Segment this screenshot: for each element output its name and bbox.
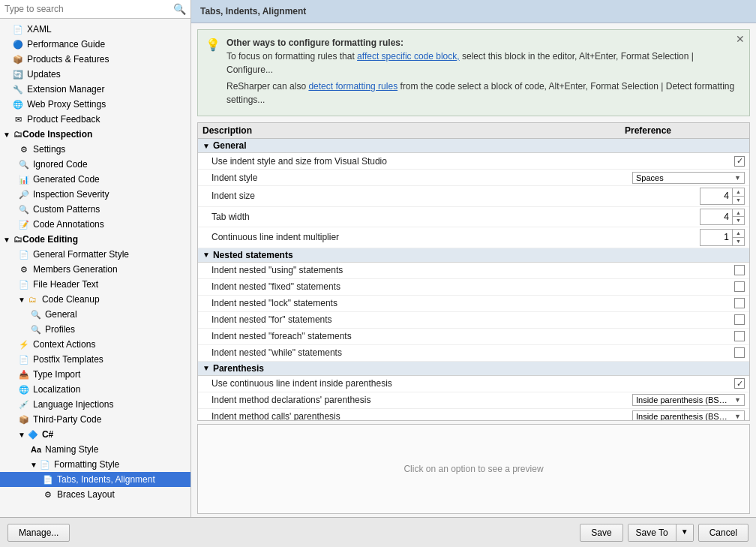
table-row: Indent style Spaces ▼ <box>198 170 749 186</box>
cancel-button[interactable]: Cancel <box>698 524 748 542</box>
sidebar-item-ext-mgr[interactable]: 🔧 Extension Manager <box>0 82 190 97</box>
spinner-down[interactable]: ▼ <box>733 238 744 245</box>
preview-area: Click on an option to see a preview <box>197 424 750 514</box>
sidebar-item-custom-pat[interactable]: 🔍 Custom Patterns <box>0 202 190 217</box>
sidebar-item-localization[interactable]: 🌐 Localization <box>0 382 190 397</box>
table-row: Indent nested "lock" statements <box>198 296 749 312</box>
table-row: Indent nested "fixed" statements <box>198 279 749 296</box>
sidebar-item-tabs-align[interactable]: 📄 Tabs, Indents, Alignment <box>0 472 190 487</box>
dropdown-arrow-icon: ▼ <box>734 174 741 182</box>
sidebar-item-file-header[interactable]: 📄 File Header Text <box>0 277 190 292</box>
spinner-up[interactable]: ▲ <box>733 230 744 238</box>
sidebar-item-naming[interactable]: Aa Naming Style <box>0 442 190 457</box>
spinner-cont-indent[interactable]: ▲ ▼ <box>700 229 745 246</box>
sidebar-item-settings[interactable]: ⚙ Settings <box>0 142 190 157</box>
sidebar-item-ctx-actions[interactable]: ⚡ Context Actions <box>0 337 190 352</box>
setting-desc: Indent size <box>212 191 625 201</box>
section-code-editing[interactable]: ▼ 🗂 Code Editing <box>0 232 190 247</box>
group-arrow-icon: ▼ <box>202 251 210 259</box>
setting-desc: Indent style <box>212 173 625 183</box>
insp-icon: 🔎 <box>18 188 30 200</box>
dropdown-indent-style[interactable]: Spaces ▼ <box>632 172 745 184</box>
checkbox-foreach[interactable] <box>734 331 745 341</box>
checkbox-use-indent[interactable] <box>734 156 745 167</box>
sidebar-item-fmt-style[interactable]: ▼ 📄 Formatting Style <box>0 457 190 472</box>
table-row: Indent nested "for" statements <box>198 312 749 329</box>
sidebar-item-lang-inj[interactable]: 💉 Language Injections <box>0 397 190 412</box>
arrow-icon: ▼ <box>18 296 26 304</box>
dropdown-method-decl[interactable]: Inside parenthesis (BSD/... ▼ <box>632 394 745 406</box>
spinner-arrows: ▲ ▼ <box>732 209 744 225</box>
sidebar-item-xaml[interactable]: 📄 XAML <box>0 22 190 37</box>
section-code-inspection[interactable]: ▼ 🗂 Code Inspection <box>0 127 190 142</box>
sidebar-item-code-cleanup[interactable]: ▼ 🗂 Code Cleanup <box>0 292 190 307</box>
group-parenthesis[interactable]: ▼ Parenthesis <box>198 362 749 376</box>
spinner-up[interactable]: ▲ <box>733 188 744 197</box>
naming-icon: Aa <box>30 443 42 455</box>
xaml-icon: 📄 <box>12 23 24 35</box>
spinner-input[interactable] <box>700 190 732 202</box>
sidebar-item-label: Product Feedback <box>27 114 100 125</box>
arrow-icon: ▼ <box>30 461 38 469</box>
spinner-input[interactable] <box>700 231 732 243</box>
sidebar-item-braces[interactable]: ⚙ Braces Layout <box>0 487 190 502</box>
sidebar-item-label: Third-Party Code <box>33 414 101 425</box>
spinner-down[interactable]: ▼ <box>733 197 744 204</box>
sidebar-item-updates[interactable]: 🔄 Updates <box>0 67 190 82</box>
sidebar-item-insp-sev[interactable]: 🔎 Inspection Severity <box>0 187 190 202</box>
spinner-input[interactable] <box>700 211 732 223</box>
save-to-main[interactable]: Save To <box>628 524 676 541</box>
spinner-down[interactable]: ▼ <box>733 217 744 224</box>
checkbox-while[interactable] <box>734 347 745 358</box>
spinner-up[interactable]: ▲ <box>733 209 744 218</box>
checkbox-cont-paren[interactable] <box>734 378 745 389</box>
group-nested[interactable]: ▼ Nested statements <box>198 248 749 263</box>
annot-icon: 📝 <box>18 218 30 230</box>
sidebar-item-members[interactable]: ⚙ Members Generation <box>0 262 190 277</box>
sidebar-item-profiles[interactable]: 🔍 Profiles <box>0 322 190 337</box>
general-sub-icon: 🔍 <box>30 308 42 320</box>
close-banner-button[interactable]: ✕ <box>736 33 745 45</box>
save-button[interactable]: Save <box>580 524 622 542</box>
sidebar-item-products[interactable]: 📦 Products & Features <box>0 52 190 67</box>
group-general[interactable]: ▼ General <box>198 139 749 153</box>
checkbox-using[interactable] <box>734 265 745 275</box>
dropdown-method-call[interactable]: Inside parenthesis (BSD/... ▼ <box>632 410 745 420</box>
search-input[interactable] <box>4 4 173 14</box>
info-line1: Other ways to configure formatting rules… <box>226 36 742 77</box>
section-icon: 🗂 <box>14 234 22 245</box>
info-link2[interactable]: detect formatting rules <box>308 81 398 92</box>
sidebar-item-web-proxy[interactable]: 🌐 Web Proxy Settings <box>0 97 190 112</box>
search-box: 🔍 <box>0 0 190 19</box>
manage-button[interactable]: Manage... <box>8 524 70 542</box>
checkbox-lock[interactable] <box>734 298 745 308</box>
sidebar-item-label: Web Proxy Settings <box>27 99 106 110</box>
sidebar-item-postfix[interactable]: 📄 Postfix Templates <box>0 352 190 367</box>
third-party-icon: 📦 <box>18 413 30 425</box>
sidebar-item-code-annot[interactable]: 📝 Code Annotations <box>0 217 190 232</box>
section-label: Code Inspection <box>22 129 92 140</box>
checkbox-for[interactable] <box>734 314 745 325</box>
sidebar-item-gen-fmt[interactable]: 📄 General Formatter Style <box>0 247 190 262</box>
setting-pref <box>625 347 745 358</box>
info-link1[interactable]: affect specific code block, <box>357 51 460 62</box>
sidebar-item-third-party[interactable]: 📦 Third-Party Code <box>0 412 190 427</box>
sidebar-item-feedback[interactable]: ✉ Product Feedback <box>0 112 190 127</box>
sidebar-item-type-import[interactable]: 📥 Type Import <box>0 367 190 382</box>
save-to-button[interactable]: Save To ▼ <box>628 524 694 542</box>
spinner-tab-width[interactable]: ▲ ▼ <box>700 209 745 226</box>
table-row: Continuous line indent multiplier ▲ ▼ <box>198 227 749 248</box>
setting-desc: Indent nested "lock" statements <box>212 298 625 308</box>
checkbox-fixed[interactable] <box>734 281 745 292</box>
save-to-arrow-icon[interactable]: ▼ <box>676 524 693 541</box>
sidebar-item-generated[interactable]: 📊 Generated Code <box>0 172 190 187</box>
spinner-indent-size[interactable]: ▲ ▼ <box>700 188 745 205</box>
updates-icon: 🔄 <box>12 68 24 80</box>
sidebar-item-ignored[interactable]: 🔍 Ignored Code <box>0 157 190 172</box>
sidebar-item-perf-guide[interactable]: 🔵 Performance Guide <box>0 37 190 52</box>
sidebar-item-csharp[interactable]: ▼ 🔷 C# <box>0 427 190 442</box>
custom-icon: 🔍 <box>18 203 30 215</box>
sidebar-item-general-sub[interactable]: 🔍 General <box>0 307 190 322</box>
products-icon: 📦 <box>12 53 24 65</box>
spinner-arrows: ▲ ▼ <box>732 230 744 245</box>
